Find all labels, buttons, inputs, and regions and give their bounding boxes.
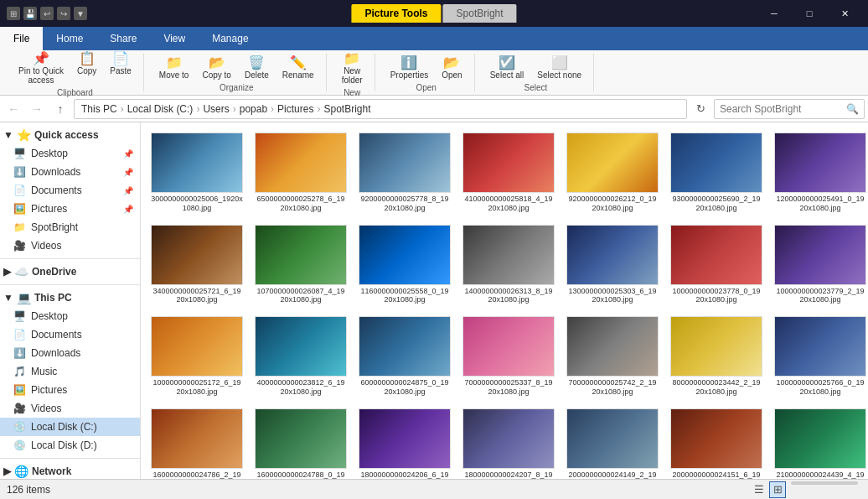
- ribbon-btn-paste[interactable]: 📄Paste: [105, 49, 137, 86]
- thumbnail-label: 1800000000024207_8_1920x1080.jpg: [462, 470, 555, 479]
- size-slider[interactable]: [791, 481, 858, 485]
- sidebar-item-pictures-pc[interactable]: 🖼️ Pictures: [0, 381, 140, 399]
- nav-back-button[interactable]: ←: [3, 99, 23, 119]
- sidebar-header-onedrive[interactable]: ▶ ☁️ OneDrive: [0, 262, 140, 281]
- ribbon-btn-rename[interactable]: ✏️Rename: [277, 53, 319, 81]
- thumbnail-item[interactable]: 6500000000025278_6_1920x1080.jpg: [251, 129, 350, 216]
- thumbnail-item[interactable]: 1800000000024206_6_1920x1080.jpg: [355, 405, 454, 479]
- details-view-button[interactable]: ☰: [751, 481, 767, 498]
- tab-home[interactable]: Home: [43, 27, 96, 50]
- save-icon[interactable]: 💾: [23, 7, 37, 20]
- sidebar-item-videos-quick[interactable]: 🎥 Videos: [0, 237, 140, 255]
- search-box[interactable]: 🔍: [714, 99, 865, 119]
- thumbnail-item[interactable]: 9200000000026212_0_1920x1080.jpg: [563, 129, 662, 216]
- ribbon-btn-delete[interactable]: 🗑️Delete: [240, 53, 274, 81]
- thumbnail-label: 2000000000024151_6_1920x1080.jpg: [670, 470, 762, 479]
- nav-forward-button[interactable]: →: [27, 99, 47, 119]
- sidebar-item-music-pc[interactable]: 🎵 Music: [0, 362, 140, 381]
- thumbnail-item[interactable]: 8000000000023442_2_1920x1080.jpg: [667, 313, 766, 400]
- thumbnail-item[interactable]: 2000000000024151_6_1920x1080.jpg: [667, 405, 766, 479]
- thumbnail-item[interactable]: 9200000000025778_8_1920x1080.jpg: [355, 129, 454, 216]
- maximize-button[interactable]: □: [793, 5, 826, 22]
- thumbnail-image: [774, 133, 866, 193]
- minimize-button[interactable]: ─: [757, 5, 791, 22]
- sidebar-item-desktop-pc[interactable]: 🖥️ Desktop: [0, 307, 140, 325]
- sidebar-item-local-disk-d[interactable]: 💿 Local Disk (D:): [0, 436, 140, 455]
- thumbnail-item[interactable]: 2000000000024149_2_1920x1080.jpg: [563, 405, 662, 479]
- title-tab-picture-tools[interactable]: Picture Tools: [351, 4, 441, 23]
- search-input[interactable]: [720, 103, 846, 115]
- ribbon-btn-properties[interactable]: ℹ️Properties: [385, 53, 434, 81]
- tab-manage[interactable]: Manage: [199, 27, 261, 50]
- thumbnail-item[interactable]: 4100000000025818_4_1920x1080.jpg: [459, 129, 558, 216]
- thumbnail-item[interactable]: 3000000000025006_1920x1080.jpg: [147, 129, 246, 216]
- tab-view[interactable]: View: [150, 27, 199, 50]
- undo-icon[interactable]: ↩: [40, 7, 54, 20]
- breadcrumb-pictures[interactable]: Pictures: [277, 103, 313, 115]
- thumbnail-item[interactable]: 1000000000023778_0_1920x1080.jpg: [667, 221, 766, 309]
- thumbnail-item[interactable]: 1070000000026087_4_1920x1080.jpg: [251, 221, 350, 309]
- ribbon-btn-move[interactable]: 📁Move to: [154, 53, 194, 81]
- sidebar-item-downloads-quick[interactable]: ⬇️ Downloads 📌: [0, 163, 140, 181]
- breadcrumb-spotbright[interactable]: SpotBright: [323, 103, 370, 115]
- window-controls: ─ □ ✕: [757, 5, 861, 22]
- quick-access-icon: ⊞: [7, 7, 20, 20]
- thumbnail-image: [462, 408, 555, 469]
- tab-share[interactable]: Share: [96, 27, 150, 50]
- sidebar-item-documents-pc[interactable]: 📄 Documents: [0, 325, 140, 344]
- sidebar-header-network[interactable]: ▶ 🌐 Network: [0, 462, 140, 479]
- thumbnail-item[interactable]: 2100000000024439_4_1920x1080.jpg: [771, 405, 868, 479]
- thumbnail-item[interactable]: 6000000000024875_0_1920x1080.jpg: [355, 313, 454, 400]
- ribbon-btn-copy[interactable]: 📋Copy: [72, 49, 101, 86]
- thumbnail-item[interactable]: 1000000000023779_2_1920x1080.jpg: [771, 221, 868, 309]
- thumbnail-label: 1000000000023778_0_1920x1080.jpg: [670, 287, 762, 305]
- tab-file[interactable]: File: [0, 27, 43, 50]
- thumbnail-item[interactable]: 9300000000025690_2_1920x1080.jpg: [667, 129, 766, 216]
- sidebar-item-downloads-pc[interactable]: ⬇️ Downloads: [0, 344, 140, 362]
- ribbon-btn-new-folder[interactable]: 📁Newfolder: [337, 49, 368, 86]
- thumbnail-label: 6500000000025278_6_1920x1080.jpg: [255, 195, 347, 213]
- breadcrumb-users[interactable]: Users: [203, 103, 229, 115]
- breadcrumb-local-disk[interactable]: Local Disk (C:): [127, 103, 194, 115]
- ribbon-btn-select-all[interactable]: ☑️Select all: [485, 53, 530, 81]
- title-tab-spotbright[interactable]: SpotBright: [443, 4, 517, 23]
- breadcrumb[interactable]: This PC › Local Disk (C:) › Users › popa…: [74, 99, 687, 119]
- thumbnail-item[interactable]: 1600000000024788_0_1920x1080.jpg: [251, 405, 350, 479]
- ribbon-btn-open[interactable]: 📂Open: [437, 53, 467, 81]
- ribbon-btn-copyto[interactable]: 📂Copy to: [197, 53, 235, 81]
- ribbon-btn-pin[interactable]: 📌Pin to Quickaccess: [13, 49, 69, 86]
- thumbnail-item[interactable]: 1600000000024786_2_1920x1080.jpg: [147, 405, 246, 479]
- down-arrow-icon[interactable]: ▼: [74, 7, 87, 20]
- thumbnail-item[interactable]: 1160000000025558_0_1920x1080.jpg: [355, 221, 454, 309]
- sidebar-item-local-disk-c[interactable]: 💿 Local Disk (C:): [0, 418, 140, 436]
- close-button[interactable]: ✕: [828, 5, 861, 22]
- thumbnail-item[interactable]: 7000000000025742_2_1920x1080.jpg: [563, 313, 662, 400]
- localdisk-icon: 💿: [13, 421, 26, 433]
- ribbon-btn-select-none[interactable]: ⬜Select none: [532, 53, 586, 81]
- thumbnail-item[interactable]: 3400000000025721_6_1920x1080.jpg: [147, 221, 246, 309]
- redo-icon[interactable]: ↪: [57, 7, 70, 20]
- sidebar-item-videos-pc[interactable]: 🎥 Videos: [0, 399, 140, 418]
- sidebar-item-desktop[interactable]: 🖥️ Desktop 📌: [0, 144, 140, 163]
- nav-up-button[interactable]: ↑: [50, 99, 70, 119]
- thumbnail-item[interactable]: 1400000000026313_8_1920x1080.jpg: [459, 221, 558, 309]
- thumbnail-item[interactable]: 1000000000025766_0_1920x1080.jpg: [771, 313, 868, 400]
- sidebar-header-quick-access[interactable]: ▼ ⭐ Quick access: [0, 126, 140, 144]
- sidebar-item-spotbright-quick[interactable]: 📁 SpotBright: [0, 218, 140, 237]
- thumbnail-item[interactable]: 1000000000025172_6_1920x1080.jpg: [147, 313, 246, 400]
- thumbnail-item[interactable]: 1300000000025303_6_1920x1080.jpg: [563, 221, 662, 309]
- thumbnail-item[interactable]: 1200000000025491_0_1920x1080.jpg: [771, 129, 868, 216]
- thumbnail-item[interactable]: 1800000000024207_8_1920x1080.jpg: [459, 405, 558, 479]
- large-icons-view-button[interactable]: ⊞: [769, 481, 786, 498]
- breadcrumb-this-pc[interactable]: This PC: [81, 103, 117, 115]
- sidebar-item-documents-quick[interactable]: 📄 Documents 📌: [0, 181, 140, 200]
- thumbnail-label: 2000000000024149_2_1920x1080.jpg: [566, 470, 659, 479]
- network-label: Network: [32, 465, 71, 477]
- sidebar-item-pictures-quick[interactable]: 🖼️ Pictures 📌: [0, 200, 140, 218]
- refresh-button[interactable]: ↻: [690, 99, 710, 119]
- breadcrumb-popab[interactable]: popab: [240, 103, 267, 115]
- sidebar-header-this-pc[interactable]: ▼ 💻 This PC: [0, 288, 140, 307]
- thumbnail-item[interactable]: 7000000000025337_8_1920x1080.jpg: [459, 313, 558, 400]
- thumbnail-label: 1000000000023779_2_1920x1080.jpg: [774, 287, 866, 305]
- thumbnail-item[interactable]: 4000000000023812_6_1920x1080.jpg: [251, 313, 350, 400]
